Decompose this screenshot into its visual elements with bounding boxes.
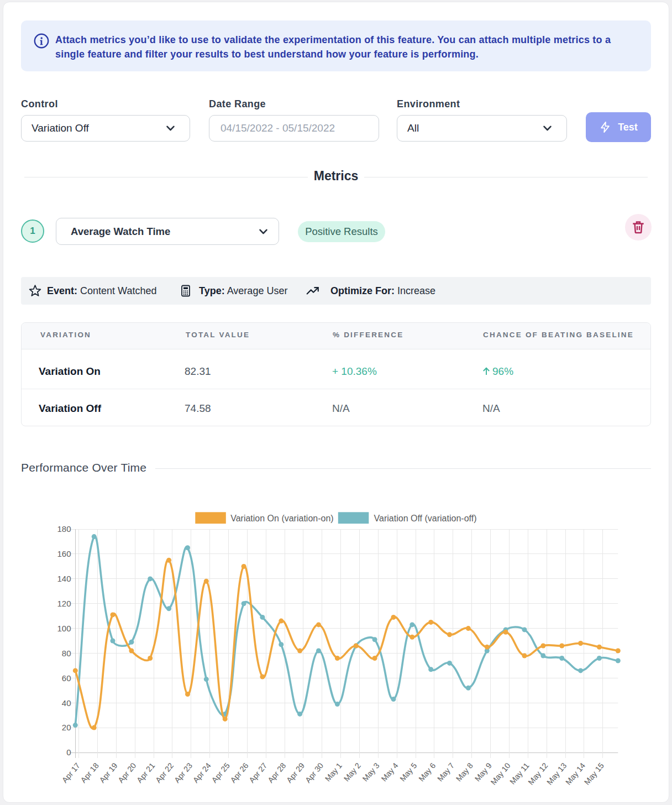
svg-text:May 8: May 8: [454, 761, 475, 783]
svg-text:Apr 30: Apr 30: [303, 761, 325, 785]
svg-text:May 15: May 15: [582, 761, 606, 787]
svg-text:Variation On (variation-on): Variation On (variation-on): [230, 514, 333, 523]
svg-text:May 2: May 2: [342, 761, 363, 783]
svg-text:Apr 21: Apr 21: [135, 761, 156, 785]
svg-text:Variation Off (variation-off): Variation Off (variation-off): [374, 514, 477, 523]
svg-text:Apr 27: Apr 27: [247, 761, 269, 785]
svg-text:100: 100: [57, 624, 71, 633]
svg-text:Apr 22: Apr 22: [154, 761, 175, 785]
svg-text:120: 120: [57, 599, 71, 608]
svg-text:Apr 19: Apr 19: [97, 761, 119, 785]
svg-text:May 7: May 7: [435, 761, 456, 783]
svg-text:May 5: May 5: [398, 761, 418, 783]
svg-text:Apr 25: Apr 25: [210, 761, 232, 785]
svg-text:Apr 28: Apr 28: [266, 761, 287, 785]
svg-text:May 6: May 6: [417, 761, 437, 783]
svg-text:20: 20: [62, 723, 71, 732]
svg-text:Apr 17: Apr 17: [60, 761, 82, 785]
svg-text:160: 160: [57, 549, 71, 558]
svg-text:Apr 20: Apr 20: [116, 761, 138, 785]
svg-text:60: 60: [62, 673, 71, 683]
svg-text:40: 40: [62, 698, 71, 708]
svg-text:Apr 29: Apr 29: [285, 761, 306, 785]
svg-text:May 14: May 14: [564, 761, 587, 787]
svg-text:80: 80: [62, 649, 71, 658]
svg-text:May 13: May 13: [545, 761, 568, 787]
svg-text:May 3: May 3: [361, 761, 381, 783]
svg-text:May 12: May 12: [526, 761, 549, 787]
svg-text:Apr 23: Apr 23: [172, 761, 194, 785]
svg-text:0: 0: [66, 748, 71, 757]
svg-text:Apr 26: Apr 26: [229, 761, 250, 785]
svg-text:May 10: May 10: [489, 761, 512, 787]
svg-text:180: 180: [57, 524, 71, 534]
svg-text:May 1: May 1: [323, 761, 344, 783]
svg-text:Apr 18: Apr 18: [79, 761, 101, 785]
svg-text:May 4: May 4: [380, 761, 400, 783]
svg-text:Apr 24: Apr 24: [191, 761, 213, 785]
svg-text:140: 140: [57, 574, 71, 583]
